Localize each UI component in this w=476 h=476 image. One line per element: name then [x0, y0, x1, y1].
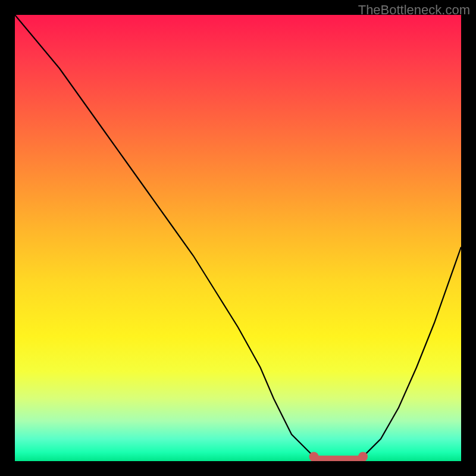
- bottleneck-curve-path: [15, 15, 461, 461]
- flat-zone-start-marker: [309, 452, 319, 462]
- plot-area: [15, 15, 461, 461]
- flat-zone-end-marker: [358, 452, 368, 462]
- chart-svg: [15, 15, 461, 461]
- watermark-text: TheBottleneck.com: [358, 2, 470, 18]
